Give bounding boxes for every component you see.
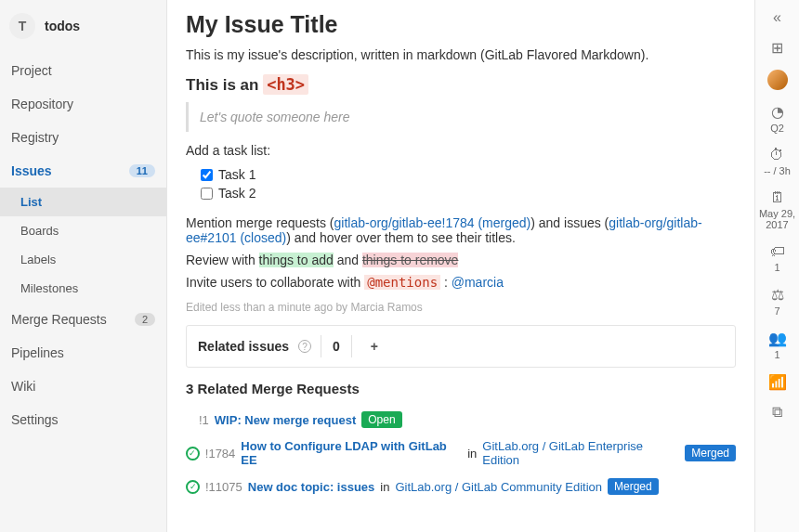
- project-header[interactable]: T todos: [0, 6, 166, 46]
- sidebar-item-boards[interactable]: Boards: [0, 216, 166, 245]
- sidebar-item-project[interactable]: Project: [0, 54, 166, 87]
- weight-value: 7: [774, 305, 779, 317]
- add-related-button[interactable]: +: [361, 335, 387, 357]
- project-name: todos: [45, 19, 80, 33]
- project-avatar: T: [9, 13, 35, 39]
- add-todo-button[interactable]: ⊞: [771, 39, 783, 57]
- nav-label: Settings: [11, 412, 59, 427]
- labels-section[interactable]: 🏷 1: [770, 243, 785, 273]
- participants-section[interactable]: 👥 1: [768, 330, 787, 360]
- mr-reference-link[interactable]: gitlab-org/gitlab-ee!1784 (merged): [334, 215, 531, 230]
- mr-ref: !1: [199, 413, 209, 427]
- user-mention-link[interactable]: @marcia: [452, 275, 504, 290]
- quote-text: Let's quote someone here: [200, 110, 349, 124]
- task-label: Task 1: [218, 167, 255, 182]
- nav-label: Boards: [20, 224, 59, 238]
- mention-pre: Mention merge requests (: [186, 215, 334, 230]
- date-value: May 29, 2017: [755, 208, 799, 230]
- insertion-text: things to add: [259, 253, 334, 267]
- assignee-avatar: [767, 70, 788, 90]
- invite-mid: :: [440, 275, 452, 290]
- mr-title-link[interactable]: WIP: New merge request: [215, 413, 356, 427]
- h3-heading: This is an <h3>: [186, 75, 736, 95]
- sidebar-item-registry[interactable]: Registry: [0, 121, 166, 154]
- sidebar-item-settings[interactable]: Settings: [0, 403, 166, 436]
- mr-row: ✓ !1784 How to Configure LDAP with GitLa…: [186, 434, 736, 473]
- main-content: My Issue Title This is my issue's descri…: [167, 0, 754, 532]
- task-list: Task 1 Task 2: [201, 165, 736, 202]
- tag-icon: 🏷: [770, 243, 785, 260]
- left-sidebar: T todos Project Repository Registry Issu…: [0, 0, 167, 532]
- nav-label: List: [20, 195, 42, 209]
- task-item: Task 1: [201, 165, 736, 184]
- notifications-section[interactable]: 📶: [768, 373, 787, 391]
- mr-count-badge: 2: [135, 313, 155, 326]
- nav-label: Repository: [11, 97, 73, 111]
- check-circle-icon: ✓: [186, 480, 200, 494]
- assignee-section[interactable]: [767, 70, 788, 90]
- blockquote: Let's quote someone here: [186, 102, 736, 132]
- review-pre: Review with: [186, 253, 259, 267]
- sidebar-item-milestones[interactable]: Milestones: [0, 274, 166, 303]
- calendar-icon: 🗓: [770, 189, 785, 206]
- task-item: Task 2: [201, 184, 736, 202]
- stopwatch-icon: ⏱: [769, 147, 784, 163]
- due-date-section[interactable]: 🗓 May 29, 2017: [755, 189, 799, 230]
- time-value: -- / 3h: [764, 165, 791, 176]
- invite-pre: Invite users to collaborate with: [186, 275, 364, 290]
- mr-title-link[interactable]: New doc topic: issues: [248, 480, 375, 494]
- sidebar-item-labels[interactable]: Labels: [0, 245, 166, 274]
- nav-label: Pipelines: [11, 345, 64, 360]
- related-issues-box: Related issues ? 0 +: [186, 325, 736, 368]
- scale-icon: ⚖: [771, 286, 784, 304]
- mention-code: @mentions: [364, 275, 440, 290]
- task-checkbox[interactable]: [201, 188, 213, 200]
- issue-title: My Issue Title: [186, 11, 736, 38]
- nav-label: Project: [11, 63, 52, 78]
- sidebar-item-merge-requests[interactable]: Merge Requests 2: [0, 303, 166, 336]
- mr-title-link[interactable]: How to Configure LDAP with GitLab EE: [241, 439, 462, 467]
- status-badge: Merged: [608, 478, 659, 495]
- review-paragraph: Review with things to add and things to …: [186, 253, 736, 267]
- mr-ref: !1784: [205, 447, 236, 461]
- nav-label: Registry: [11, 130, 59, 145]
- sidebar-item-repository[interactable]: Repository: [0, 87, 166, 121]
- sidebar-item-list[interactable]: List: [0, 188, 166, 216]
- time-section[interactable]: ⏱ -- / 3h: [764, 147, 791, 176]
- sidebar-item-issues[interactable]: Issues 11: [0, 154, 166, 188]
- deletion-text: things to remove: [362, 253, 459, 267]
- collapse-button[interactable]: «: [773, 9, 781, 26]
- nav-label: Merge Requests: [11, 312, 107, 327]
- participants-count: 1: [774, 349, 779, 360]
- nav-label: Labels: [20, 253, 56, 266]
- milestone-section[interactable]: ◔ Q2: [770, 103, 784, 134]
- edited-info: Edited less than a minute ago by Marcia …: [186, 301, 736, 314]
- project-path-link[interactable]: GitLab.org / GitLab Community Edition: [395, 480, 602, 494]
- info-icon[interactable]: ?: [298, 340, 311, 353]
- weight-section[interactable]: ⚖ 7: [771, 286, 784, 317]
- issues-subnav: List Boards Labels Milestones: [0, 188, 166, 303]
- sidebar-item-pipelines[interactable]: Pipelines: [0, 336, 166, 370]
- nav-label: Issues: [11, 163, 52, 178]
- related-issues-count: 0: [321, 335, 352, 357]
- clock-icon: ◔: [771, 103, 784, 121]
- reference-section[interactable]: ⧉: [772, 404, 782, 421]
- review-and: and: [334, 253, 362, 267]
- milestone-value: Q2: [770, 123, 784, 134]
- mr-row: ✓ !11075 New doc topic: issues in GitLab…: [186, 473, 736, 500]
- chevrons-left-icon: «: [773, 9, 781, 26]
- mention-mid: ) and issues (: [530, 215, 609, 230]
- labels-count: 1: [774, 262, 779, 273]
- sidebar-item-wiki[interactable]: Wiki: [0, 370, 166, 403]
- plus-square-icon: ⊞: [771, 39, 783, 57]
- invite-paragraph: Invite users to collaborate with @mentio…: [186, 275, 736, 290]
- copy-icon: ⧉: [772, 404, 782, 421]
- mention-paragraph: Mention merge requests (gitlab-org/gitla…: [186, 215, 736, 245]
- h3-tag-code: <h3>: [263, 74, 308, 95]
- h3-prefix: This is an: [186, 76, 263, 94]
- task-checkbox[interactable]: [201, 169, 213, 181]
- in-text: in: [380, 480, 389, 494]
- status-badge: Open: [361, 411, 401, 428]
- related-issues-label: Related issues: [198, 339, 289, 354]
- project-path-link[interactable]: GitLab.org / GitLab Enterprise Edition: [482, 439, 679, 467]
